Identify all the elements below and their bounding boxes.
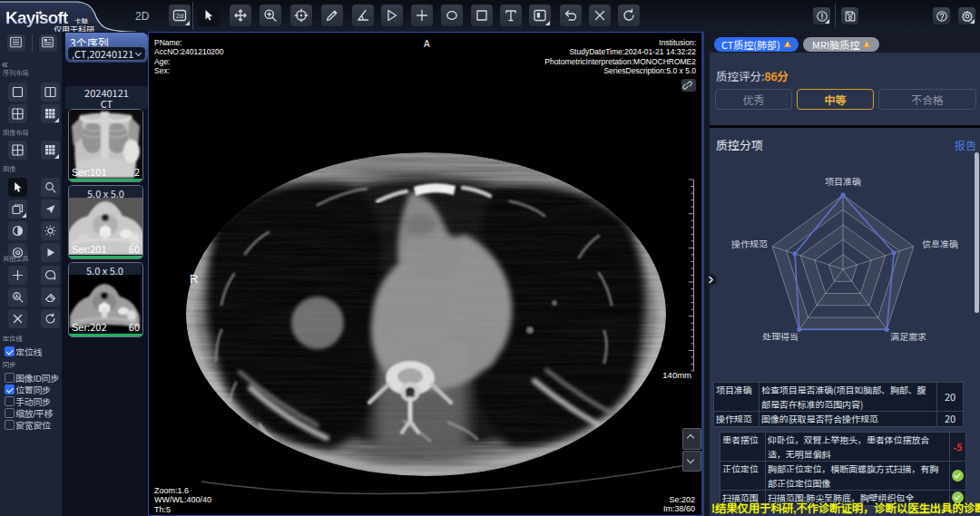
svg-text:2d: 2d [176,12,183,20]
svg-text:项目准确: 项目准确 [825,174,861,188]
svg-text:处理得当: 处理得当 [762,329,799,343]
svg-text:信息准确: 信息准确 [922,237,958,250]
svg-text:满足需求: 满足需求 [890,329,926,343]
svg-text:操作规范: 操作规范 [731,237,768,250]
